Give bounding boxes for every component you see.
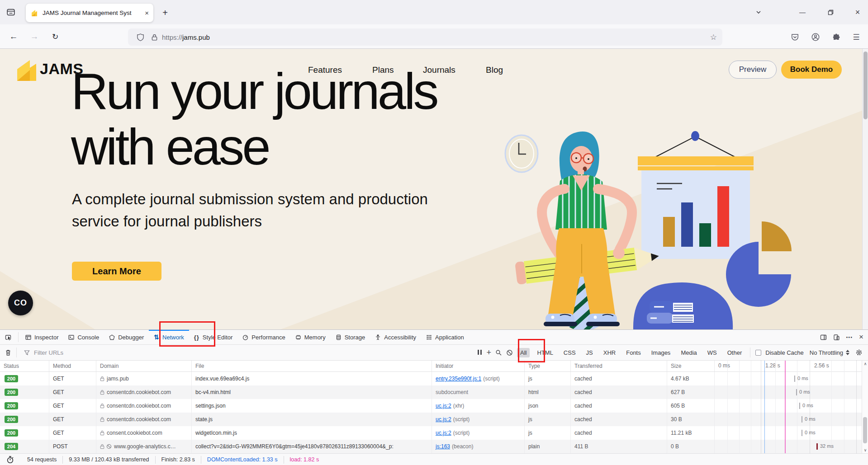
request-row[interactable]: 200 GET consentcdn.cookiebot.com setting… <box>0 399 868 413</box>
column-header-status[interactable]: Status <box>0 361 49 371</box>
tab-performance[interactable]: Performance <box>237 330 290 344</box>
connection-lock-icon[interactable] <box>151 33 158 41</box>
window-restore-button[interactable] <box>824 6 837 18</box>
filter-type-js[interactable]: JS <box>583 348 596 357</box>
browser-tab-active[interactable]: JAMS Journal Management Syst × <box>26 4 153 22</box>
request-row[interactable]: 204 POST www.google-analytics.c… collect… <box>0 440 868 453</box>
disable-cache-checkbox[interactable] <box>755 350 761 356</box>
preview-button[interactable]: Preview <box>729 61 777 79</box>
filter-type-xhr[interactable]: XHR <box>600 348 619 357</box>
page-scrollbar-thumb[interactable] <box>863 52 868 119</box>
request-row[interactable]: 200 GET consentcdn.cookiebot.com bc-v4.m… <box>0 385 868 399</box>
tab-storage[interactable]: Storage <box>331 330 370 344</box>
column-header-domain[interactable]: Domain <box>96 361 192 371</box>
filter-type-ws[interactable]: WS <box>704 348 720 357</box>
forward-button[interactable]: → <box>28 30 41 43</box>
devtools-close-icon[interactable]: × <box>859 333 863 342</box>
network-settings-gear-icon[interactable] <box>855 349 863 356</box>
hero-subtitle: A complete journal submission system and… <box>72 188 428 232</box>
menu-hamburger-icon[interactable]: ☰ <box>850 31 862 43</box>
hero-headline: Run your journalswith ease <box>71 63 436 174</box>
status-badge: 200 <box>5 416 18 423</box>
page-scrollbar[interactable] <box>862 49 868 329</box>
tab-inspector[interactable]: Inspector <box>20 330 63 344</box>
extensions-puzzle-icon[interactable] <box>830 31 842 43</box>
request-row[interactable]: 200 GET consent.cookiebot.com widgetIcon… <box>0 426 868 440</box>
tab-accessibility[interactable]: Accessibility <box>370 330 421 344</box>
throttling-select[interactable]: No Throttling <box>808 349 851 356</box>
firefox-view-button[interactable] <box>4 5 18 19</box>
request-row[interactable]: 200 GET jams.pub index.vue.69ea69c4.js e… <box>0 372 868 385</box>
initiator-link[interactable]: js:163 <box>436 443 450 450</box>
reload-button[interactable]: ↻ <box>48 30 62 43</box>
tracker-blocked-icon <box>106 444 112 449</box>
clock-illustration <box>505 135 538 172</box>
tab-title: JAMS Journal Management Syst <box>43 9 143 16</box>
back-button[interactable]: ← <box>7 30 20 43</box>
pause-traffic-icon[interactable] <box>477 349 483 356</box>
learn-more-button[interactable]: Learn More <box>72 262 161 281</box>
tab-console[interactable]: Console <box>63 330 104 344</box>
filter-type-images[interactable]: Images <box>648 348 674 357</box>
add-request-icon[interactable]: + <box>487 348 492 357</box>
domcontentloaded-time[interactable]: DOMContentLoaded: 1.33 s <box>201 456 284 464</box>
url-text[interactable]: https://jams.pub <box>162 33 210 41</box>
stopwatch-icon <box>6 456 14 464</box>
column-header-method[interactable]: Method <box>49 361 96 371</box>
scroll-down-icon[interactable]: ∨ <box>862 448 868 452</box>
status-badge: 204 <box>5 443 18 450</box>
chart-board-illustration <box>638 131 754 259</box>
request-list-scrollbar[interactable]: ∧ ∨ <box>862 361 868 453</box>
tab-memory[interactable]: Memory <box>290 330 331 344</box>
column-header-file[interactable]: File <box>192 361 432 371</box>
tab-application[interactable]: Application <box>421 330 469 344</box>
responsive-design-icon[interactable] <box>833 334 840 341</box>
disable-cache-label[interactable]: Disable Cache <box>765 349 804 356</box>
pick-element-button[interactable] <box>0 330 16 344</box>
split-console-icon[interactable] <box>820 334 827 341</box>
url-bar[interactable]: https://jams.pub ☆ <box>128 28 722 46</box>
initiator-link[interactable]: entry.235e990f.js:1 <box>436 376 481 382</box>
scroll-up-icon[interactable]: ∧ <box>862 362 868 366</box>
lock-icon <box>100 403 104 409</box>
column-header-size[interactable]: Size <box>667 361 715 371</box>
load-time[interactable]: load: 1.82 s <box>284 456 325 464</box>
pocket-icon[interactable] <box>789 31 801 43</box>
list-tabs-chevron-icon[interactable] <box>752 6 765 18</box>
clear-requests-button[interactable] <box>0 349 16 356</box>
filter-type-media[interactable]: Media <box>678 348 700 357</box>
initiator-link[interactable]: uc.js:2 <box>436 416 451 423</box>
request-list-scrollbar-thumb[interactable] <box>863 417 867 443</box>
tracking-shield-icon[interactable] <box>136 33 145 42</box>
filter-urls-input[interactable] <box>33 349 404 357</box>
nav-link-blog[interactable]: Blog <box>486 65 503 75</box>
request-count: 54 requests <box>21 456 63 464</box>
filter-type-css[interactable]: CSS <box>560 348 579 357</box>
book-demo-button[interactable]: Book Demo <box>781 61 842 79</box>
timeline-tick-0ms: 0 ms <box>718 362 730 369</box>
lock-icon <box>100 417 104 422</box>
block-requests-icon[interactable] <box>506 349 513 356</box>
request-row[interactable]: 200 GET consentcdn.cookiebot.com state.j… <box>0 413 868 426</box>
column-header-initiator[interactable]: Initiator <box>432 361 525 371</box>
window-minimize-button[interactable]: — <box>796 6 809 18</box>
search-icon[interactable] <box>495 349 502 356</box>
new-tab-button[interactable]: + <box>158 6 172 19</box>
toolbar-separator <box>18 332 19 342</box>
account-icon[interactable] <box>810 31 821 43</box>
window-close-button[interactable]: × <box>851 6 864 18</box>
tab-close-icon[interactable]: × <box>145 9 149 16</box>
lock-icon <box>100 430 104 436</box>
tab-debugger[interactable]: Debugger <box>104 330 149 344</box>
initiator-link[interactable]: uc.js:2 <box>436 403 451 409</box>
devtools-meatball-menu-icon[interactable]: ••• <box>846 334 853 340</box>
bookmark-star-icon[interactable]: ☆ <box>710 33 717 42</box>
filter-type-other[interactable]: Other <box>724 348 745 357</box>
lock-icon <box>100 376 104 381</box>
cookiebot-widget-button[interactable]: CO <box>8 291 33 315</box>
column-header-waterfall[interactable]: 0 ms 1.28 s 2.56 s <box>715 361 862 371</box>
filter-type-fonts[interactable]: Fonts <box>623 348 644 357</box>
column-header-transferred[interactable]: Transferred <box>571 361 667 371</box>
initiator-link[interactable]: uc.js:2 <box>436 430 451 436</box>
throttling-caret-icon <box>846 350 849 355</box>
